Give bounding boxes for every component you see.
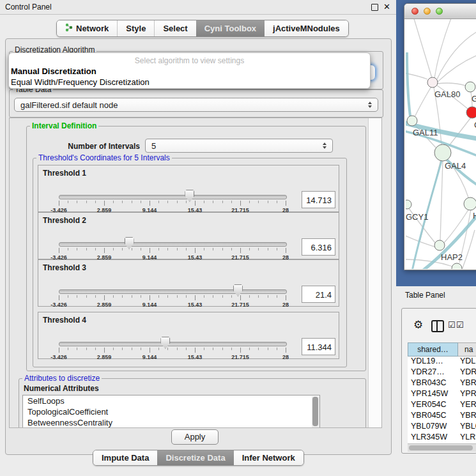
table-rows: YDL19…YDL1YDR27…YDR2YBR043CYBR0YPR145WYP… bbox=[408, 357, 476, 443]
threshold-panel: Threshold 3 -3.4262.8599.14415.4321.7152… bbox=[38, 259, 339, 307]
column-header-shared-name[interactable]: shared… bbox=[408, 342, 458, 357]
tick-label: 28 bbox=[282, 302, 289, 308]
attribute-item[interactable]: SelfLoops bbox=[23, 395, 319, 406]
threshold-value-field[interactable]: 11.344 bbox=[302, 338, 335, 355]
network-node[interactable] bbox=[427, 77, 438, 88]
tab-style[interactable]: Style bbox=[117, 20, 154, 36]
network-window-titlebar[interactable] bbox=[404, 4, 476, 19]
checkbox-icon[interactable]: ☑ bbox=[448, 320, 456, 330]
slider-track[interactable] bbox=[59, 289, 287, 294]
table-cell[interactable]: YBR045C bbox=[408, 411, 458, 422]
network-edge[interactable] bbox=[437, 29, 476, 79]
table-cell[interactable]: YDL19… bbox=[408, 357, 458, 367]
tick-label: 15.43 bbox=[188, 302, 203, 308]
table-row[interactable]: YLR345WYLR3 bbox=[408, 433, 476, 443]
table-cell[interactable]: YLR3 bbox=[458, 433, 476, 443]
table-cell[interactable]: YPR145W bbox=[408, 389, 458, 400]
menu-item-manual-discretization[interactable]: Manual Discretization bbox=[11, 66, 96, 76]
tab-discretize-data[interactable]: Discretize Data bbox=[157, 450, 233, 465]
threshold-value-field[interactable]: 21.4 bbox=[302, 286, 335, 303]
network-node[interactable] bbox=[452, 263, 462, 269]
table-horizontal-scrollbar[interactable] bbox=[408, 443, 476, 452]
tab-cyni-toolbox[interactable]: Cyni Toolbox bbox=[196, 20, 265, 36]
settings-vertical-scrollbar[interactable] bbox=[368, 118, 382, 427]
table-cell[interactable]: YDR2 bbox=[458, 367, 476, 378]
table-cell[interactable]: YBL0 bbox=[458, 422, 476, 433]
slider-track[interactable] bbox=[59, 342, 287, 346]
table-cell[interactable]: YER0 bbox=[458, 400, 476, 411]
table-cell[interactable]: YBR0 bbox=[458, 378, 476, 389]
table-cell[interactable]: YBL079W bbox=[408, 422, 458, 433]
table-data-combobox[interactable]: galFiltered.sif default node bbox=[14, 98, 378, 112]
zoom-traffic-light-icon[interactable] bbox=[436, 8, 443, 15]
tab-jactivemnodules[interactable]: jActiveMNodules bbox=[265, 20, 348, 36]
network-edge[interactable] bbox=[406, 73, 427, 79]
network-edge[interactable] bbox=[462, 230, 475, 269]
tab-impute-data[interactable]: Impute Data bbox=[93, 450, 157, 465]
apply-button[interactable]: Apply bbox=[171, 429, 219, 445]
tab-label: Style bbox=[126, 24, 146, 33]
table-cell[interactable]: YER054C bbox=[408, 400, 458, 411]
tab-select[interactable]: Select bbox=[154, 20, 196, 36]
menu-item-equal-width-discretization[interactable]: Equal Width/Frequency Discretization bbox=[11, 77, 150, 87]
network-edge[interactable] bbox=[440, 160, 443, 240]
column-header-name[interactable]: na bbox=[458, 342, 476, 357]
tick-label: 28 bbox=[282, 354, 289, 360]
node-label: GAL11 bbox=[413, 128, 438, 137]
network-edge[interactable] bbox=[413, 19, 432, 78]
attribute-item[interactable]: TopologicalCoefficient bbox=[23, 406, 319, 417]
tick-label: 15.43 bbox=[188, 354, 203, 360]
close-traffic-light-icon[interactable] bbox=[411, 8, 418, 15]
table-cell[interactable]: YDR27… bbox=[408, 367, 458, 378]
threshold-value-field[interactable]: 14.713 bbox=[302, 191, 335, 208]
attribute-item[interactable]: BetweennessCentrality bbox=[23, 417, 319, 428]
close-icon[interactable]: ✕ bbox=[383, 2, 390, 12]
numerical-attributes-list[interactable]: SelfLoopsTopologicalCoefficientBetweenne… bbox=[22, 395, 320, 428]
slider-tick-labels: -3.4262.8599.14415.4321.71528 bbox=[59, 302, 286, 309]
table-cell[interactable]: YBR0 bbox=[458, 411, 476, 422]
network-node[interactable] bbox=[434, 240, 445, 250]
table-row[interactable]: YER054CYER0 bbox=[408, 400, 476, 411]
threshold-panel: Threshold 2 -3.4262.8599.14415.4321.7152… bbox=[38, 212, 339, 259]
network-node[interactable] bbox=[464, 197, 476, 210]
network-node[interactable] bbox=[434, 144, 451, 161]
checkbox-icon[interactable]: ☑ bbox=[456, 320, 464, 330]
list-scrollbar[interactable] bbox=[312, 396, 319, 428]
gear-icon[interactable]: ⚙ bbox=[413, 318, 423, 332]
network-edge-highlight[interactable] bbox=[407, 52, 411, 125]
tab-network[interactable]: Network bbox=[57, 20, 117, 36]
network-node[interactable] bbox=[465, 82, 475, 92]
table-cell[interactable]: YLR345W bbox=[408, 433, 458, 443]
network-node[interactable] bbox=[407, 116, 417, 126]
table-row[interactable]: YPR145WYPR1 bbox=[408, 389, 476, 400]
table-cell[interactable]: YDL1 bbox=[458, 357, 476, 367]
table-cell[interactable]: YPR1 bbox=[458, 389, 476, 400]
network-node[interactable] bbox=[406, 200, 411, 209]
threshold-panel: Threshold 1 -3.4262.8599.14415.4321.7152… bbox=[38, 165, 339, 212]
slider-track[interactable] bbox=[59, 195, 287, 199]
tick-label: -3.426 bbox=[50, 302, 67, 308]
slider-ticks bbox=[59, 248, 286, 254]
table-row[interactable]: YBR043CYBR0 bbox=[408, 378, 476, 389]
columns-icon[interactable] bbox=[431, 320, 444, 332]
tab-label: jActiveMNodules bbox=[273, 24, 340, 33]
tab-infer-network[interactable]: Infer Network bbox=[234, 450, 303, 465]
network-node[interactable] bbox=[466, 107, 476, 118]
table-row[interactable]: YBL079WYBL0 bbox=[408, 422, 476, 433]
table-row[interactable]: YDL19…YDL1 bbox=[408, 357, 476, 367]
number-of-intervals-spinner[interactable]: 5 bbox=[145, 139, 333, 153]
network-view-window[interactable]: GAL80GACGAL11GAL4GCY1HHAP2 bbox=[404, 3, 476, 270]
table-row[interactable]: YBR045CYBR0 bbox=[408, 411, 476, 422]
network-edge[interactable] bbox=[437, 83, 466, 86]
minimize-traffic-light-icon[interactable] bbox=[424, 8, 431, 15]
network-edge[interactable] bbox=[415, 86, 432, 117]
slider-track[interactable] bbox=[59, 242, 287, 247]
threshold-value-field[interactable]: 6.316 bbox=[302, 238, 335, 256]
table-cell[interactable]: YBR043C bbox=[408, 378, 458, 389]
application-window: Control Panel ✕ NetworkStyleSelectCyni T… bbox=[0, 0, 476, 476]
scrollbar-thumb[interactable] bbox=[409, 445, 473, 450]
network-edge[interactable] bbox=[434, 19, 452, 78]
float-window-icon[interactable] bbox=[371, 4, 378, 11]
network-canvas[interactable]: GAL80GACGAL11GAL4GCY1HHAP2 bbox=[406, 19, 476, 269]
table-row[interactable]: YDR27…YDR2 bbox=[408, 367, 476, 378]
